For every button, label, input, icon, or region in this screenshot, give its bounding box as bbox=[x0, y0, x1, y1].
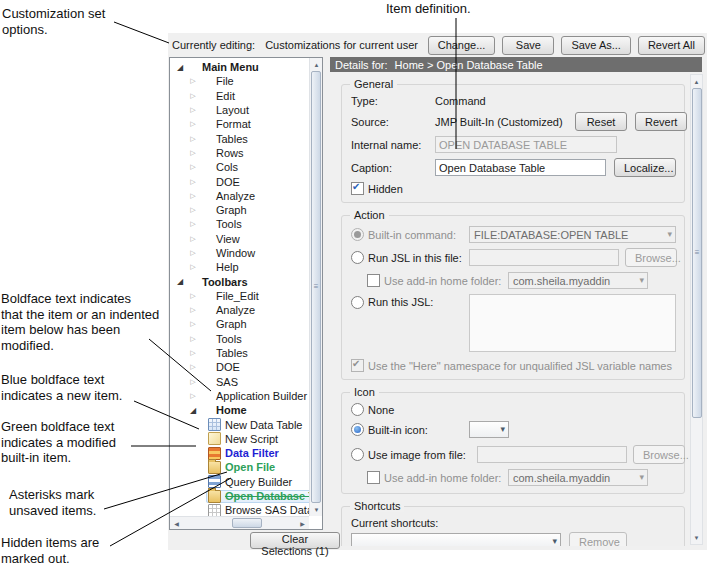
icon-addin-folder-checkbox[interactable] bbox=[367, 471, 380, 484]
expand-arrow-icon[interactable]: ▷ bbox=[187, 349, 199, 357]
tree-item[interactable]: ▷Window bbox=[170, 246, 309, 260]
run-this-jsl-radio[interactable] bbox=[351, 296, 364, 309]
remove-shortcut-button: Remove bbox=[569, 532, 627, 546]
scroll-down-icon[interactable]: ▼ bbox=[310, 503, 323, 516]
current-shortcuts-select[interactable] bbox=[351, 533, 561, 546]
tree-item[interactable]: ▷Graph bbox=[170, 317, 309, 331]
tree-item[interactable]: ▷Help bbox=[170, 260, 309, 274]
run-jsl-file-radio[interactable] bbox=[351, 251, 364, 264]
expand-arrow-icon[interactable]: ▷ bbox=[187, 149, 199, 157]
revert-all-button[interactable]: Revert All bbox=[638, 36, 705, 55]
tree-horizontal-scrollbar[interactable]: ◀ ▶ bbox=[170, 516, 309, 529]
tree-vertical-scrollbar[interactable]: ▲ ≡ ▼ bbox=[309, 58, 322, 516]
tree-item[interactable]: ▷File bbox=[170, 74, 309, 88]
expand-arrow-icon[interactable]: ▷ bbox=[187, 335, 199, 343]
tree-item[interactable]: ▷Format bbox=[170, 117, 309, 131]
tree-item-label: Main Menu bbox=[202, 61, 259, 73]
tree-item[interactable]: ▷File_Edit bbox=[170, 289, 309, 303]
expand-arrow-icon[interactable]: ▷ bbox=[187, 206, 199, 214]
tree-item-label: Home bbox=[216, 404, 247, 416]
tree-item-cell: Tools bbox=[199, 218, 244, 230]
expand-arrow-icon[interactable]: ▷ bbox=[187, 220, 199, 228]
expand-arrow-icon[interactable]: ▷ bbox=[187, 163, 199, 171]
tree-item[interactable]: ▷Analyze bbox=[170, 303, 309, 317]
tree-item[interactable]: ▷Tables bbox=[170, 131, 309, 145]
expand-arrow-icon[interactable]: ▷ bbox=[187, 192, 199, 200]
revert-button[interactable]: Revert bbox=[635, 112, 687, 131]
tree-item-label: File_Edit bbox=[216, 290, 259, 302]
tree-item[interactable]: ▷SAS bbox=[170, 375, 309, 389]
tree-hscrollbar-thumb[interactable] bbox=[232, 518, 262, 528]
expand-arrow-icon[interactable]: ▷ bbox=[187, 306, 199, 314]
tree-item[interactable]: ▷Tools bbox=[170, 332, 309, 346]
reset-button[interactable]: Reset bbox=[575, 112, 627, 131]
action-addin-folder-checkbox[interactable] bbox=[367, 274, 380, 287]
expand-arrow-icon[interactable]: ▷ bbox=[187, 92, 199, 100]
expand-arrow-icon[interactable]: ▷ bbox=[187, 320, 199, 328]
expand-arrow-icon[interactable]: ▷ bbox=[187, 392, 199, 400]
tree-item[interactable]: ◢Home bbox=[170, 403, 309, 417]
clear-selections-button[interactable]: Clear Selections (1) bbox=[250, 532, 340, 549]
tree-item[interactable]: ◢Toolbars bbox=[170, 274, 309, 288]
expand-arrow-icon[interactable]: ▷ bbox=[187, 363, 199, 371]
tree-item[interactable]: ▷DOE bbox=[170, 174, 309, 188]
builtin-icon-radio[interactable] bbox=[351, 423, 364, 436]
localize-button[interactable]: Localize... bbox=[614, 158, 676, 177]
tree-item[interactable]: ▷Rows bbox=[170, 146, 309, 160]
tree-item[interactable]: ▷View bbox=[170, 232, 309, 246]
tree-item[interactable]: Data Filter bbox=[170, 446, 309, 460]
expand-arrow-icon[interactable]: ▷ bbox=[187, 235, 199, 243]
hidden-checkbox[interactable] bbox=[351, 182, 364, 195]
open-database-table-icon bbox=[208, 490, 221, 503]
annotation-green-boldface: Green boldface text indicates a modified… bbox=[1, 419, 161, 466]
tree-item[interactable]: ▷Cols bbox=[170, 160, 309, 174]
collapse-arrow-icon[interactable]: ◢ bbox=[187, 406, 199, 415]
expand-arrow-icon[interactable]: ▷ bbox=[187, 263, 199, 271]
tree-item[interactable]: New Data Table bbox=[170, 417, 309, 431]
tree-item-cell: Cols bbox=[199, 161, 240, 173]
tree-item[interactable]: ▷Edit bbox=[170, 89, 309, 103]
expand-arrow-icon[interactable]: ▷ bbox=[187, 135, 199, 143]
expand-arrow-icon[interactable]: ▷ bbox=[187, 178, 199, 186]
expand-arrow-icon[interactable]: ▷ bbox=[187, 77, 199, 85]
save-as-button[interactable]: Save As... bbox=[561, 36, 631, 55]
expand-arrow-icon[interactable]: ▷ bbox=[187, 249, 199, 257]
browse-image-button: Browse... bbox=[633, 445, 685, 464]
tree-item[interactable]: Open Database Table * bbox=[170, 489, 309, 503]
tree-item[interactable]: New Script bbox=[170, 432, 309, 446]
tree-item[interactable]: Query Builder bbox=[170, 475, 309, 489]
icon-none-radio[interactable] bbox=[351, 403, 364, 416]
tree-scrollbar-thumb[interactable]: ≡ bbox=[311, 71, 321, 503]
tree-item[interactable]: ▷Tables bbox=[170, 346, 309, 360]
details-scrollbar-thumb[interactable]: ≡ bbox=[692, 88, 702, 418]
save-button[interactable]: Save bbox=[502, 36, 554, 55]
tree-item[interactable]: ▷Tools bbox=[170, 217, 309, 231]
tree-item[interactable]: ▷DOE bbox=[170, 360, 309, 374]
tree-item[interactable]: Browse SAS Data bbox=[170, 503, 309, 516]
tree-item[interactable]: ▷Analyze bbox=[170, 189, 309, 203]
scroll-right-icon[interactable]: ▶ bbox=[296, 517, 309, 530]
tree-item[interactable]: ▷Application Builder bbox=[170, 389, 309, 403]
expand-arrow-icon[interactable]: ▷ bbox=[187, 120, 199, 128]
caption-field[interactable] bbox=[435, 159, 606, 176]
tree-item[interactable]: Open File bbox=[170, 460, 309, 474]
tree-item[interactable]: ◢Main Menu bbox=[170, 60, 309, 74]
change-button[interactable]: Change... bbox=[428, 36, 496, 55]
tree-item[interactable]: ▷Graph bbox=[170, 203, 309, 217]
scroll-down-icon[interactable]: ▼ bbox=[690, 531, 703, 544]
tree-item[interactable]: ▷Layout bbox=[170, 103, 309, 117]
scroll-up-icon[interactable]: ▲ bbox=[310, 58, 323, 71]
details-vertical-scrollbar[interactable]: ▲ ≡ ▼ bbox=[690, 74, 703, 545]
expand-arrow-icon[interactable]: ▷ bbox=[187, 106, 199, 114]
expand-arrow-icon[interactable]: ▷ bbox=[187, 378, 199, 386]
source-value: JMP Built-In (Customized) bbox=[435, 116, 575, 128]
builtin-icon-select[interactable] bbox=[469, 421, 509, 438]
collapse-arrow-icon[interactable]: ◢ bbox=[174, 63, 186, 72]
annotation-blue-boldface: Blue boldface text indicates a new item. bbox=[1, 372, 161, 403]
collapse-arrow-icon[interactable]: ◢ bbox=[174, 277, 186, 286]
run-this-jsl-textarea bbox=[469, 294, 676, 352]
expand-arrow-icon[interactable]: ▷ bbox=[187, 292, 199, 300]
use-image-radio[interactable] bbox=[351, 448, 364, 461]
scroll-left-icon[interactable]: ◀ bbox=[170, 517, 183, 530]
scroll-up-icon[interactable]: ▲ bbox=[690, 75, 703, 88]
